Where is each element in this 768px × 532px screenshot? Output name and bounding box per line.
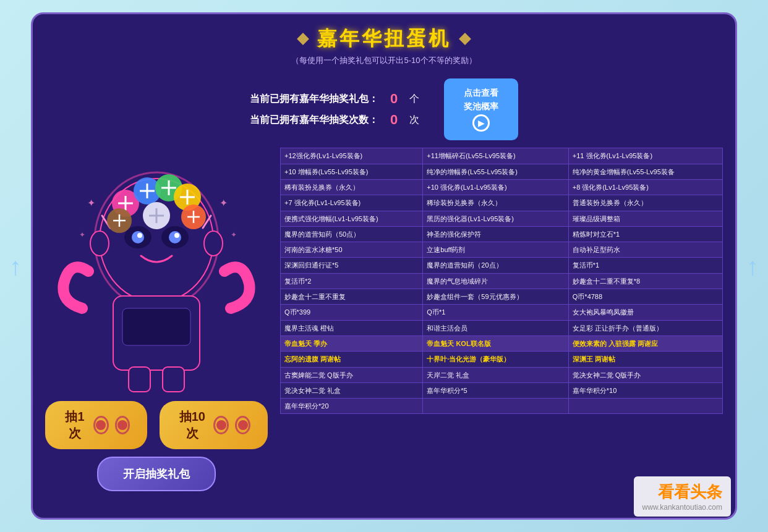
table-cell: 黑历的强化器(Lv1-Lv95装备) [423, 211, 568, 226]
packages-unit: 个 [409, 93, 419, 106]
draw-once-coin-icon [93, 416, 109, 434]
table-row: 忘阿的遗腹 两谢帖十界叶·当化光游（豪华版）深渊王 两谢帖 [281, 352, 723, 367]
watermark-sub-text: www.kankantoutiao.com [642, 503, 722, 512]
table-cell: 忘阿的遗腹 两谢帖 [281, 352, 423, 367]
title-area: 嘉年华扭蛋机 （每使用一个抽奖礼包可以开出5-10个不等的奖励） [33, 14, 735, 71]
draw-once-label: 抽1次 [62, 408, 87, 442]
draws-label: 当前已拥有嘉年华抽奖次数： [250, 114, 378, 127]
table-row: 古窦婢能二觉 Q版手办天岸二觉 礼盒觉决女神二觉 Q版手办 [281, 367, 723, 382]
table-cell: 自动补足型药水 [568, 242, 722, 258]
draw-ten-coin-inner [216, 420, 226, 430]
table-cell: 妙趣盒十二重不重复 [281, 289, 423, 305]
table-cell: 复活币*2 [281, 273, 423, 289]
open-package-button[interactable]: 开启抽奖礼包 [97, 457, 216, 491]
draw-buttons-container: 抽1次 抽10次 [45, 401, 268, 449]
watermark: 看看头条 www.kankantoutiao.com [634, 476, 731, 517]
draw-ten-label: 抽10次 [177, 408, 207, 442]
table-cell: 天岸二觉 礼盒 [423, 367, 568, 382]
left-arrow-decoration: ↑ [9, 252, 22, 280]
table-cell: 帝血魁天 季办 [281, 336, 423, 351]
table-cell: 帝血魁天 KOL联名版 [423, 336, 568, 351]
table-cell: 和谐主活会员 [423, 320, 568, 336]
draw-once-coin-icon2 [115, 416, 130, 434]
stats-left: 当前已拥有嘉年华抽奖礼包： 0 个 当前已拥有嘉年华抽奖次数： 0 次 [250, 91, 419, 128]
table-row: 帝血魁天 季办帝血魁天 KOL联名版便效来素的 入驻强露 两谢应 [281, 336, 723, 351]
table-row: 便携式强化增幅(Lv1-Lv95装备)黑历的强化器(Lv1-Lv95装备)璀璨品… [281, 211, 723, 226]
svg-point-11 [174, 233, 179, 238]
table-cell: 嘉年华积分*20 [281, 399, 423, 414]
packages-value: 0 [385, 91, 403, 107]
table-row: 觉决女神二觉 礼盒嘉年华积分*5嘉年华积分*10 [281, 382, 723, 398]
left-panel: ✦ ✦ ✦ ✦ 抽1次 抽10次 [45, 148, 268, 491]
draw-once-button[interactable]: 抽1次 [45, 401, 147, 449]
table-cell: 复活币*1 [568, 258, 722, 273]
svg-text:✦: ✦ [220, 198, 228, 208]
view-btn-line1: 点击查看 [464, 87, 498, 98]
table-cell: +7 强化券(Lv1-Lv95装备) [281, 195, 423, 211]
open-btn-label: 开启抽奖礼包 [123, 468, 190, 480]
play-icon: ▶ [472, 114, 490, 132]
draws-value: 0 [385, 112, 403, 128]
draw-once-coin-inner2 [117, 420, 127, 430]
table-cell: 立速buff药剂 [423, 242, 568, 258]
left-diamond-icon [297, 33, 309, 45]
table-cell: 深渊王 两谢帖 [568, 352, 722, 367]
table-cell: 精炼时对立石*1 [568, 226, 722, 242]
table-cell: 纯净的黄金增幅券(Lv55-Lv95装备 [568, 164, 722, 179]
table-row: 魔界主活魂 橙钻和谐主活会员女足彩 正让折手办（普通版） [281, 320, 723, 336]
prize-table: +12强化券(Lv1-Lv95装备)+11增幅碎石(Lv55-Lv95装备)+1… [280, 148, 723, 414]
table-cell: Q币*4788 [568, 289, 722, 305]
table-cell: 普通装扮兑换券（永久） [568, 195, 722, 211]
table-cell: +10 增幅券(Lv55-Lv95装备) [281, 164, 423, 179]
view-probability-button[interactable]: 点击查看 奖池概率 ▶ [444, 78, 518, 140]
table-cell: 纯净的增幅券(Lv55-Lv95装备) [423, 164, 568, 179]
svg-point-8 [132, 231, 144, 243]
table-cell: 觉决女神二觉 礼盒 [281, 382, 423, 398]
table-cell: +10 强化券(Lv1-Lv95装备) [423, 179, 568, 195]
table-row: 妙趣盒十二重不重复妙趣盒组件一套（59元优惠券）Q币*4788 [281, 289, 723, 305]
watermark-background: 看看头条 www.kankantoutiao.com [634, 476, 731, 517]
draw-ten-button[interactable]: 抽10次 [160, 401, 268, 449]
table-cell: 女大袍风暴鸣凤徽册 [568, 305, 722, 320]
table-cell [568, 399, 722, 414]
title-with-diamonds: 嘉年华扭蛋机 [299, 25, 469, 53]
table-cell: +11增幅碎石(Lv55-Lv95装备) [423, 148, 568, 164]
table-cell: 河南的蓝水冰糖*50 [281, 242, 423, 258]
table-cell: Q币*399 [281, 305, 423, 320]
table-cell: 嘉年华积分*10 [568, 382, 722, 398]
svg-rect-36 [163, 367, 184, 392]
table-cell: 嘉年华积分*5 [423, 382, 568, 398]
table-cell: 稀有装扮兑换券（永久） [281, 179, 423, 195]
table-cell: 十界叶·当化光游（豪华版） [423, 352, 568, 367]
table-cell: 古窦婢能二觉 Q版手办 [281, 367, 423, 382]
svg-rect-13 [122, 308, 190, 345]
table-cell: +11 强化券(Lv1-Lv95装备) [568, 148, 722, 164]
packages-label: 当前已拥有嘉年华抽奖礼包： [250, 93, 378, 106]
draws-stat-row: 当前已拥有嘉年华抽奖次数： 0 次 [250, 112, 419, 128]
table-cell: 便效来素的 入驻强露 两谢应 [568, 336, 722, 351]
svg-text:✦: ✦ [87, 198, 95, 208]
character-container: ✦ ✦ ✦ ✦ [51, 148, 262, 407]
table-cell: 妙趣盒组件一套（59元优惠券） [423, 289, 568, 305]
subtitle: （每使用一个抽奖礼包可以开出5-10个不等的奖励） [33, 55, 735, 66]
table-cell: 深渊回归通行证*5 [281, 258, 423, 273]
table-cell: 魔界的道营知药（20点） [423, 258, 568, 273]
svg-point-3 [204, 231, 223, 256]
table-cell [423, 399, 568, 414]
svg-text:✦: ✦ [79, 230, 85, 239]
main-panel: 嘉年华扭蛋机 （每使用一个抽奖礼包可以开出5-10个不等的奖励） 当前已拥有嘉年… [31, 12, 737, 520]
table-cell: 便携式强化增幅(Lv1-Lv95装备) [281, 211, 423, 226]
table-row: Q币*399Q币*1女大袍风暴鸣凤徽册 [281, 305, 723, 320]
table-cell: Q币*1 [423, 305, 568, 320]
svg-point-9 [169, 231, 181, 243]
draw-ten-coin-inner2 [238, 420, 248, 430]
table-cell: 魔界主活魂 橙钻 [281, 320, 423, 336]
draw-once-coin-inner [96, 420, 106, 430]
draws-unit: 次 [409, 114, 419, 127]
watermark-main-text: 看看头条 [642, 481, 722, 503]
draw-ten-coin-icon2 [235, 416, 250, 434]
main-title: 嘉年华扭蛋机 [317, 25, 451, 53]
table-row: +10 增幅券(Lv55-Lv95装备)纯净的增幅券(Lv55-Lv95装备)纯… [281, 164, 723, 179]
table-cell: +8 强化券(Lv1-Lv95装备) [568, 179, 722, 195]
table-cell: 魔界的气息地域碎片 [423, 273, 568, 289]
